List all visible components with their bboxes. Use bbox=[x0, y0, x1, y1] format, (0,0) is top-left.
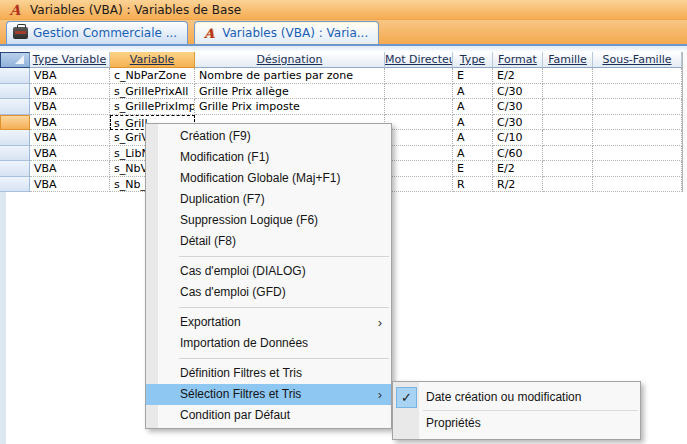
cell-mot-directeur bbox=[385, 177, 453, 193]
cell-sous-famille bbox=[593, 161, 682, 177]
cell-type-variable: VBA bbox=[30, 177, 110, 193]
cell-format: C/60 bbox=[493, 146, 543, 162]
cell-sous-famille bbox=[593, 115, 682, 131]
column-header-type-variable[interactable]: Type Variable bbox=[30, 52, 110, 68]
tab-variables-vba[interactable]: A Variables (VBA) : Varia... bbox=[194, 21, 379, 44]
cell-variable: c_NbParZone bbox=[110, 68, 195, 84]
select-all-corner-cell[interactable] bbox=[0, 52, 30, 68]
menu-item-condition-defaut[interactable]: Condition par Défaut bbox=[146, 405, 391, 426]
checkmark-icon: ✓ bbox=[396, 387, 417, 408]
app-logo-icon: A bbox=[6, 2, 24, 18]
cell-type: A bbox=[453, 130, 493, 146]
cell-format: C/30 bbox=[493, 84, 543, 100]
row-selector[interactable] bbox=[0, 99, 30, 115]
window-title: Variables (VBA) : Variables de Base bbox=[30, 3, 241, 17]
row-selector-selected[interactable] bbox=[0, 115, 30, 131]
column-header-type[interactable]: Type bbox=[453, 52, 493, 68]
submenu-item-proprietes[interactable]: Propriétés bbox=[393, 411, 640, 436]
column-header-famille[interactable]: Famille bbox=[543, 52, 593, 68]
briefcase-icon bbox=[13, 27, 28, 39]
cell-type: E bbox=[453, 68, 493, 84]
menu-item-detail[interactable]: Détail (F8) bbox=[146, 231, 391, 252]
cell-format: E/2 bbox=[493, 68, 543, 84]
menu-item-cas-emploi-gfd[interactable]: Cas d'emploi (GFD) bbox=[146, 282, 391, 303]
submenu-item-label: Propriétés bbox=[426, 416, 481, 430]
menu-item-label: Exportation bbox=[180, 315, 241, 329]
cell-type-variable: VBA bbox=[30, 115, 110, 131]
row-selector[interactable] bbox=[0, 146, 30, 162]
menu-separator bbox=[179, 358, 389, 359]
cell-famille bbox=[543, 115, 593, 131]
submenu-item-label: Date création ou modification bbox=[426, 390, 581, 404]
menu-item-modification-globale[interactable]: Modification Globale (Maj+F1) bbox=[146, 168, 391, 189]
submenu-arrow-icon: › bbox=[378, 312, 382, 333]
submenu-item-date-creation[interactable]: ✓ Date création ou modification bbox=[393, 385, 640, 410]
cell-mot-directeur bbox=[385, 115, 453, 131]
row-selector[interactable] bbox=[0, 177, 30, 193]
cell-famille bbox=[543, 68, 593, 84]
row-selector[interactable] bbox=[0, 161, 30, 177]
cell-format: C/30 bbox=[493, 99, 543, 115]
cell-famille bbox=[543, 99, 593, 115]
cell-mot-directeur bbox=[385, 68, 453, 84]
cell-mot-directeur bbox=[385, 130, 453, 146]
tab-label: Gestion Commerciale ... bbox=[33, 26, 177, 40]
cell-sous-famille bbox=[593, 177, 682, 193]
submenu-filtres-tris: ✓ Date création ou modification Propriét… bbox=[392, 381, 641, 440]
cell-mot-directeur bbox=[385, 161, 453, 177]
cell-type-variable: VBA bbox=[30, 161, 110, 177]
cell-sous-famille bbox=[593, 130, 682, 146]
cell-mot-directeur bbox=[385, 84, 453, 100]
cell-format: E/2 bbox=[493, 161, 543, 177]
window-left-edge bbox=[0, 192, 6, 444]
menu-item-selection-filtres[interactable]: Sélection Filtres et Tris › bbox=[146, 384, 391, 405]
table-row[interactable]: VBA s_GrillePrixAll Grille Prix allège A… bbox=[0, 84, 687, 100]
cell-type-variable: VBA bbox=[30, 68, 110, 84]
cell-type: E bbox=[453, 161, 493, 177]
row-selector[interactable] bbox=[0, 130, 30, 146]
cell-famille bbox=[543, 177, 593, 193]
cell-type: A bbox=[453, 115, 493, 131]
cell-variable: s_GrillePrixImp bbox=[110, 99, 195, 115]
tab-gestion-commerciale[interactable]: Gestion Commerciale ... bbox=[6, 21, 188, 44]
column-header-designation[interactable]: Désignation bbox=[195, 52, 385, 68]
cell-type: A bbox=[453, 146, 493, 162]
cell-famille bbox=[543, 146, 593, 162]
menu-item-importation[interactable]: Importation de Données bbox=[146, 333, 391, 354]
column-header-mot-directeur[interactable]: Mot Directeur bbox=[385, 52, 453, 68]
menu-item-suppression-logique[interactable]: Suppression Logique (F6) bbox=[146, 210, 391, 231]
context-menu: Création (F9) Modification (F1) Modifica… bbox=[145, 123, 392, 429]
column-header-format[interactable]: Format bbox=[493, 52, 543, 68]
title-bar: A Variables (VBA) : Variables de Base bbox=[0, 0, 687, 20]
table-row[interactable]: VBA s_GrillePrixImp Grille Prix imposte … bbox=[0, 99, 687, 115]
row-selector[interactable] bbox=[0, 84, 30, 100]
cell-designation: Nombre de parties par zone bbox=[195, 68, 385, 84]
cell-format: R/2 bbox=[493, 177, 543, 193]
menu-item-definition-filtres[interactable]: Définition Filtres et Tris bbox=[146, 363, 391, 384]
menu-item-exportation[interactable]: Exportation › bbox=[146, 312, 391, 333]
menu-item-cas-emploi-dialog[interactable]: Cas d'emploi (DIALOG) bbox=[146, 261, 391, 282]
table-row[interactable]: VBA c_NbParZone Nombre de parties par zo… bbox=[0, 68, 687, 84]
column-header-variable[interactable]: Variable bbox=[110, 52, 195, 68]
cell-sous-famille bbox=[593, 68, 682, 84]
tab-strip: Gestion Commerciale ... A Variables (VBA… bbox=[0, 20, 687, 46]
cell-type-variable: VBA bbox=[30, 99, 110, 115]
cell-type: A bbox=[453, 99, 493, 115]
table-header-row: Type Variable Variable Désignation Mot D… bbox=[0, 52, 687, 68]
submenu-arrow-icon: › bbox=[378, 384, 382, 405]
menu-item-creation[interactable]: Création (F9) bbox=[146, 126, 391, 147]
cell-type-variable: VBA bbox=[30, 146, 110, 162]
menu-item-duplication[interactable]: Duplication (F7) bbox=[146, 189, 391, 210]
tab-label: Variables (VBA) : Varia... bbox=[222, 26, 368, 40]
row-selector[interactable] bbox=[0, 68, 30, 84]
cell-mot-directeur bbox=[385, 146, 453, 162]
cell-sous-famille bbox=[593, 84, 682, 100]
cell-type: A bbox=[453, 84, 493, 100]
cell-type-variable: VBA bbox=[30, 130, 110, 146]
cell-type: R bbox=[453, 177, 493, 193]
menu-item-modification[interactable]: Modification (F1) bbox=[146, 147, 391, 168]
table-right-edge bbox=[682, 52, 687, 192]
column-header-sous-famille[interactable]: Sous-Famille bbox=[593, 52, 682, 68]
menu-separator bbox=[179, 307, 389, 308]
cell-designation: Grille Prix imposte bbox=[195, 99, 385, 115]
